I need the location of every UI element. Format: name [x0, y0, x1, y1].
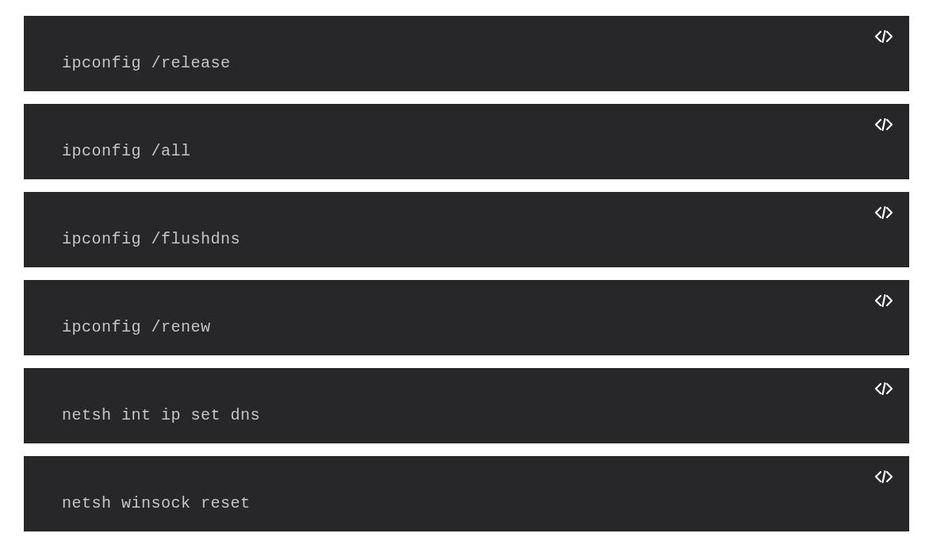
code-command: ipconfig /flushdns [62, 230, 871, 248]
svg-line-5 [883, 471, 885, 482]
svg-line-4 [883, 383, 885, 394]
svg-line-3 [883, 295, 885, 306]
code-block: ipconfig /release [24, 16, 909, 91]
code-block: ipconfig /renew [24, 280, 909, 355]
code-icon[interactable] [874, 291, 893, 310]
code-command: ipconfig /renew [62, 318, 871, 336]
code-command: netsh int ip set dns [62, 406, 871, 424]
code-command: ipconfig /release [62, 54, 871, 72]
svg-line-2 [883, 207, 885, 218]
code-block: netsh winsock reset [24, 456, 909, 531]
code-block: netsh int ip set dns [24, 368, 909, 443]
code-icon[interactable] [874, 203, 893, 222]
code-block: ipconfig /all [24, 104, 909, 179]
code-icon[interactable] [874, 379, 893, 398]
code-icon[interactable] [874, 115, 893, 134]
svg-line-0 [883, 31, 885, 42]
code-command: netsh winsock reset [62, 494, 871, 512]
code-icon[interactable] [874, 27, 893, 46]
code-command: ipconfig /all [62, 142, 871, 160]
code-block: ipconfig /flushdns [24, 192, 909, 267]
code-icon[interactable] [874, 467, 893, 486]
svg-line-1 [883, 119, 885, 130]
